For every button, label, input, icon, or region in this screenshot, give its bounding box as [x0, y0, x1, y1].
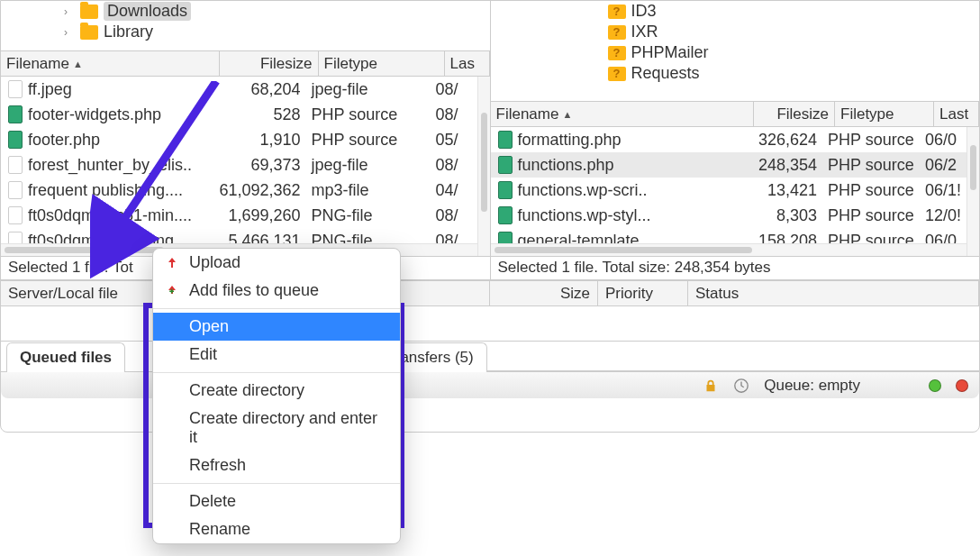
col-filename[interactable]: Filename▲ — [1, 51, 220, 76]
file-type: PHP source — [822, 181, 921, 200]
file-icon — [498, 232, 513, 243]
file-row[interactable]: footer.php1,910PHP source05/ — [1, 127, 477, 152]
unknown-folder-icon — [608, 5, 626, 19]
tree-item[interactable]: PHPMailer — [608, 42, 980, 63]
file-row[interactable]: frequent publishing....61,092,362mp3-fil… — [1, 178, 477, 203]
status-dot-red — [956, 379, 968, 392]
col-filesize[interactable]: Filesize — [754, 102, 835, 126]
file-date: 06/1! — [921, 181, 966, 200]
tree-label: Library — [104, 23, 153, 41]
menu-create-dir-enter[interactable]: Create directory and enter it — [153, 405, 400, 451]
file-size: 69,373 — [207, 156, 306, 175]
file-row[interactable]: forest_hunter_by_elis..69,373jpeg-file08… — [1, 152, 477, 178]
file-name: ft0s0dqm3wp51-min.... — [28, 206, 192, 225]
scroll-thumb[interactable] — [970, 145, 976, 190]
file-type: PHP source — [306, 131, 432, 150]
remote-pane: ID3 IXR PHPMailer Requests Filename▲ Fil… — [491, 1, 980, 279]
scroll-thumb[interactable] — [495, 247, 752, 253]
file-date: 12/0! — [921, 206, 966, 225]
col-filename[interactable]: Filename▲ — [491, 102, 755, 126]
local-file-list[interactable]: ff.jpeg68,204jpeg-file08/footer-widgets.… — [1, 77, 477, 243]
file-row[interactable]: ft0s0dqm3wp51.png5,466,131PNG-file08/ — [1, 228, 477, 243]
tree-item[interactable]: › Downloads — [1, 1, 490, 22]
menu-add-queue[interactable]: Add files to queue — [153, 277, 400, 305]
remote-status: Selected 1 file. Total size: 248,354 byt… — [491, 256, 980, 279]
file-size: 1,699,260 — [207, 206, 306, 225]
col-filetype[interactable]: Filetype — [319, 51, 445, 76]
file-row[interactable]: functions.php248,354PHP source06/2 — [491, 152, 967, 178]
col-filetype[interactable]: Filetype — [835, 102, 934, 126]
col-filesize[interactable]: Filesize — [220, 51, 319, 76]
file-icon — [498, 181, 513, 199]
file-size: 528 — [207, 105, 306, 124]
vertical-scrollbar[interactable] — [477, 77, 490, 256]
tree-label: PHPMailer — [631, 43, 709, 62]
remote-file-list[interactable]: formatting.php326,624PHP source06/0funct… — [491, 127, 967, 243]
menu-edit[interactable]: Edit — [153, 341, 400, 369]
file-size: 61,092,362 — [207, 181, 306, 200]
file-name: general-template.... — [518, 232, 658, 244]
file-row[interactable]: ff.jpeg68,204jpeg-file08/ — [1, 77, 477, 102]
qcol-priority[interactable]: Priority — [598, 281, 688, 305]
tree-item[interactable]: Requests — [608, 63, 980, 84]
file-date: 08/ — [432, 105, 477, 124]
file-size: 1,910 — [207, 131, 306, 150]
menu-open[interactable]: Open — [153, 313, 400, 341]
remote-tree: ID3 IXR PHPMailer Requests — [491, 1, 980, 102]
tree-item[interactable]: IXR — [608, 22, 980, 42]
file-date: 05/ — [432, 131, 477, 150]
tree-item[interactable]: ID3 — [608, 1, 980, 22]
queue-status-text: Queue: empty — [764, 377, 860, 395]
file-row[interactable]: functions.wp-styl...8,303PHP source12/0! — [491, 203, 967, 228]
file-date: 06/0 — [921, 131, 966, 150]
menu-rename[interactable]: Rename — [153, 515, 400, 543]
file-row[interactable]: functions.wp-scri..13,421PHP source06/1! — [491, 178, 967, 203]
file-type: PHP source — [822, 232, 921, 244]
file-type: PNG-file — [306, 232, 432, 244]
expand-icon[interactable]: › — [64, 5, 75, 18]
file-row[interactable]: ft0s0dqm3wp51-min....1,699,260PNG-file08… — [1, 203, 477, 228]
local-tree: › Downloads › Library — [1, 1, 490, 51]
file-name: ft0s0dqm3wp51.png — [28, 232, 174, 244]
scroll-thumb[interactable] — [5, 247, 164, 253]
tree-label: Requests — [631, 64, 700, 83]
qcol-size[interactable]: Size — [490, 281, 598, 305]
menu-delete[interactable]: Delete — [153, 488, 400, 515]
unknown-folder-icon — [608, 25, 626, 40]
tab-queued[interactable]: Queued files — [6, 342, 125, 372]
status-dot-green — [929, 379, 941, 392]
file-name: ff.jpeg — [28, 80, 72, 99]
menu-create-dir[interactable]: Create directory — [153, 377, 400, 405]
folder-icon — [80, 25, 98, 40]
context-menu: Upload Add files to queue Open Edit Crea… — [152, 248, 401, 544]
horizontal-scrollbar[interactable] — [491, 243, 967, 256]
upload-icon — [164, 256, 180, 270]
vertical-scrollbar[interactable] — [966, 127, 979, 256]
menu-refresh[interactable]: Refresh — [153, 451, 400, 479]
file-row[interactable]: footer-widgets.php528PHP source08/ — [1, 102, 477, 127]
file-type: mp3-file — [306, 181, 432, 200]
file-row[interactable]: formatting.php326,624PHP source06/0 — [491, 127, 967, 152]
expand-icon[interactable]: › — [64, 26, 75, 39]
file-type: PHP source — [822, 206, 921, 225]
scroll-thumb[interactable] — [481, 113, 487, 212]
file-type: PHP source — [306, 105, 432, 124]
col-date[interactable]: Last — [934, 102, 979, 126]
col-date[interactable]: Las — [445, 51, 490, 76]
file-date: 08/ — [432, 232, 477, 244]
file-name: formatting.php — [518, 131, 622, 150]
unknown-folder-icon — [608, 46, 626, 60]
file-size: 326,624 — [741, 131, 822, 150]
panes-area: › Downloads › Library Filename▲ Filesize… — [1, 1, 979, 280]
file-name: functions.wp-styl... — [518, 206, 651, 225]
folder-icon — [80, 5, 98, 19]
tree-item[interactable]: › Library — [1, 22, 490, 42]
menu-upload[interactable]: Upload — [153, 249, 400, 277]
file-icon — [8, 232, 23, 243]
file-icon — [8, 206, 23, 224]
file-type: jpeg-file — [306, 156, 432, 175]
file-type: PHP source — [822, 131, 921, 150]
file-icon — [8, 156, 23, 174]
qcol-status[interactable]: Status — [688, 281, 979, 305]
file-row[interactable]: general-template....158,208PHP source06/… — [491, 228, 967, 243]
